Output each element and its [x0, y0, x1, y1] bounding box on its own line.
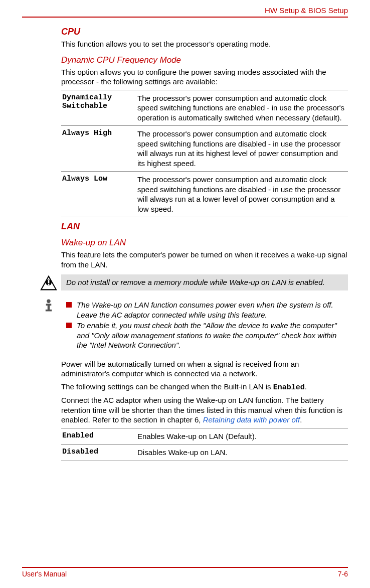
info-callout: The Wake-up on LAN function consumes pow…	[36, 297, 348, 354]
table-row: Disabled Disables Wake-up on LAN.	[61, 445, 348, 461]
option-term: Enabled	[61, 428, 136, 445]
header-divider	[22, 17, 348, 18]
option-desc: Disables Wake-up on LAN.	[136, 445, 348, 461]
info-icon	[40, 298, 57, 315]
page-number: 7-6	[338, 570, 348, 578]
inline-mono: Enabled	[273, 383, 305, 392]
cpu-intro: This function allows you to set the proc…	[61, 39, 348, 49]
option-desc: The processor's power consumption and au…	[136, 172, 348, 217]
option-desc: Enables Wake-up on LAN (Default).	[136, 428, 348, 445]
cross-reference-link[interactable]: Retaining data with power off	[203, 415, 300, 424]
svg-rect-7	[46, 310, 52, 312]
lan-intro: This feature lets the computer's power b…	[61, 250, 348, 269]
svg-rect-3	[48, 284, 50, 285]
svg-rect-6	[48, 304, 50, 310]
header-section-title: HW Setup & BIOS Setup	[22, 6, 348, 15]
text-span: .	[300, 415, 302, 424]
cpu-subintro: This option allows you to configure the …	[61, 67, 348, 87]
cpu-options-table: Dynamically Switchable The processor's p…	[61, 90, 348, 218]
table-row: Dynamically Switchable The processor's p…	[61, 90, 348, 126]
footer-divider	[22, 567, 348, 568]
svg-rect-2	[48, 280, 50, 283]
table-row: Enabled Enables Wake-up on LAN (Default)…	[61, 428, 348, 445]
page-footer: User's Manual 7-6	[22, 567, 348, 578]
info-item-text: To enable it, you must check both the "A…	[77, 321, 343, 350]
footer-left: User's Manual	[22, 570, 67, 578]
lan-para3: Connect the AC adaptor when using the Wa…	[61, 395, 348, 425]
lan-para2: The following settings can be changed wh…	[61, 382, 348, 393]
bullet-icon	[66, 302, 72, 308]
warning-icon	[40, 275, 57, 292]
info-item-text: The Wake-up on LAN function consumes pow…	[77, 300, 343, 320]
lan-para1: Power will be automatically turned on wh…	[61, 359, 348, 379]
table-row: Always High The processor's power consum…	[61, 126, 348, 172]
option-term: Always High	[61, 126, 136, 172]
info-item: The Wake-up on LAN function consumes pow…	[66, 300, 343, 320]
lan-heading: LAN	[61, 221, 348, 232]
cpu-subheading: Dynamic CPU Frequency Mode	[61, 55, 348, 65]
option-desc: The processor's power consumption and au…	[136, 126, 348, 172]
info-item: To enable it, you must check both the "A…	[66, 321, 343, 350]
lan-subheading: Wake-up on LAN	[61, 238, 348, 248]
text-span: The following settings can be changed wh…	[61, 382, 273, 391]
option-term: Always Low	[61, 172, 136, 217]
warning-text: Do not install or remove a memory module…	[61, 274, 348, 290]
option-desc: The processor's power consumption and au…	[136, 90, 348, 126]
main-content: CPU This function allows you to set the …	[61, 27, 348, 461]
cpu-heading: CPU	[61, 27, 348, 37]
option-term: Disabled	[61, 445, 136, 461]
text-span: .	[305, 382, 307, 391]
option-term: Dynamically Switchable	[61, 90, 136, 126]
bullet-icon	[66, 323, 72, 328]
warning-callout: Do not install or remove a memory module…	[36, 274, 348, 292]
lan-options-table: Enabled Enables Wake-up on LAN (Default)…	[61, 428, 348, 461]
svg-point-4	[47, 299, 50, 303]
table-row: Always Low The processor's power consump…	[61, 172, 348, 217]
